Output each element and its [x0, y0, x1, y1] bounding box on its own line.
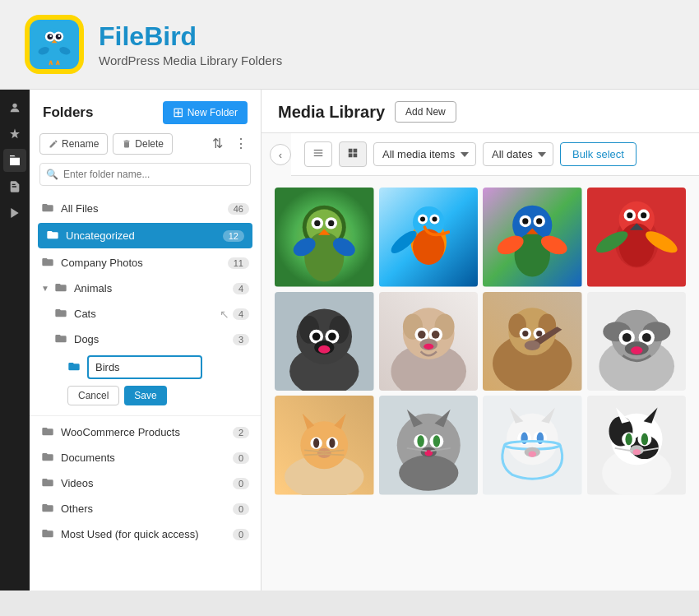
svg-point-8 [58, 35, 61, 37]
svg-point-111 [329, 438, 335, 448]
folder-name-videos: Videos [61, 477, 233, 489]
media-item-5[interactable] [275, 292, 374, 391]
new-folder-button[interactable]: ⊞ New Folder [163, 101, 248, 124]
svg-point-55 [627, 212, 632, 218]
folder-edit-save-button[interactable]: Save [124, 386, 166, 405]
folder-count-all-files: 46 [228, 203, 249, 215]
folder-icon-woocommerce [41, 425, 54, 439]
svg-point-81 [424, 343, 433, 349]
svg-point-121 [433, 435, 439, 447]
media-item-7[interactable] [483, 292, 582, 391]
folder-panel: Folders ⊞ New Folder Rename Delete ⇅ ⋮ 🔍 [30, 90, 262, 591]
folder-divider [30, 415, 261, 416]
folder-item-woocommerce[interactable]: WooCommerce Products 2 [30, 419, 261, 445]
folder-count-woocommerce: 2 [233, 427, 249, 438]
svg-point-43 [522, 218, 528, 224]
folder-item-videos[interactable]: Videos 0 [30, 470, 261, 496]
folder-name-cats: Cats [74, 308, 220, 320]
folder-name-woocommerce: WooCommerce Products [61, 426, 233, 438]
folder-count-others: 0 [233, 503, 249, 515]
folder-panel-title: Folders [43, 104, 93, 121]
more-options-button[interactable]: ⋮ [231, 132, 251, 155]
svg-point-134 [528, 451, 536, 456]
media-item-3[interactable] [483, 188, 582, 287]
delete-button[interactable]: Delete [113, 133, 173, 155]
media-item-10[interactable] [379, 396, 479, 495]
folder-edit-input-birds[interactable] [87, 355, 202, 379]
folder-item-others[interactable]: Others 0 [30, 496, 261, 521]
folder-count-cats: 4 [233, 308, 249, 320]
svg-point-25 [328, 220, 334, 226]
folder-item-uncategorized[interactable]: Uncategorized 12 [38, 223, 252, 248]
app-title: FileBird [99, 21, 282, 52]
svg-point-70 [318, 345, 330, 354]
folder-search-input[interactable] [39, 163, 251, 186]
media-item-1[interactable] [275, 188, 374, 287]
folder-count-documents: 0 [233, 452, 249, 464]
folder-count-animals: 4 [233, 283, 249, 294]
wp-icon-pin[interactable] [3, 123, 26, 146]
media-item-8[interactable] [587, 292, 687, 391]
folder-icon-company-photos [41, 256, 54, 270]
folder-name-others: Others [61, 503, 233, 515]
folder-icon-uncategorized [46, 229, 59, 243]
svg-point-16 [12, 104, 16, 108]
svg-point-90 [536, 330, 542, 336]
app-header: FileBird WordPress Media Library Folders [0, 0, 699, 90]
media-item-12[interactable] [587, 396, 687, 495]
wp-icon-filebird[interactable] [3, 149, 26, 172]
folder-count-uncategorized: 12 [223, 230, 244, 242]
svg-point-91 [525, 340, 540, 350]
folder-item-company-photos[interactable]: Company Photos 11 [30, 250, 261, 276]
date-filter[interactable]: All dates [483, 142, 553, 166]
svg-point-110 [313, 438, 319, 448]
media-item-6[interactable] [379, 292, 479, 391]
media-item-4[interactable] [587, 188, 687, 287]
media-item-2[interactable] [379, 188, 479, 287]
folder-icon-birds [67, 360, 81, 375]
svg-point-35 [420, 217, 425, 222]
sort-button[interactable]: ⇅ [209, 132, 226, 155]
new-folder-plus-icon: ⊞ [173, 106, 183, 119]
folder-edit-row-birds [30, 352, 261, 382]
svg-point-99 [622, 333, 631, 342]
svg-point-79 [431, 330, 439, 338]
svg-point-115 [399, 455, 458, 490]
new-folder-label: New Folder [187, 107, 238, 118]
folder-item-animals[interactable]: ▼ Animals 4 [30, 276, 261, 301]
grid-view-button[interactable] [339, 141, 367, 167]
svg-point-7 [49, 35, 52, 37]
add-new-button[interactable]: Add New [395, 101, 456, 123]
rename-button[interactable]: Rename [39, 133, 108, 155]
cursor-icon: ↖ [220, 308, 229, 321]
folder-edit-cancel-button[interactable]: Cancel [67, 386, 119, 405]
list-view-button[interactable] [304, 141, 332, 167]
wp-icon-pages[interactable] [3, 175, 26, 198]
folder-item-most-used[interactable]: Most Used (for quick access) 0 [30, 521, 261, 547]
wp-icon-users[interactable] [3, 96, 26, 119]
svg-point-68 [328, 332, 336, 340]
svg-point-145 [641, 433, 647, 445]
svg-point-24 [314, 220, 320, 226]
media-item-11[interactable] [483, 396, 582, 495]
folder-name-all-files: All Files [61, 202, 228, 215]
folder-toolbar: Rename Delete ⇅ ⋮ [30, 132, 261, 163]
folder-search-icon: 🔍 [46, 169, 58, 180]
media-header: Media Library Add New [262, 90, 699, 133]
wp-admin-sidebar [0, 90, 30, 591]
bulk-select-button[interactable]: Bulk select [560, 142, 637, 166]
animals-collapse-arrow: ▼ [41, 284, 49, 293]
folder-item-cats[interactable]: Cats ↖ 4 [30, 301, 261, 327]
svg-point-102 [631, 346, 642, 354]
folder-name-most-used: Most Used (for quick access) [61, 528, 233, 540]
media-item-9[interactable] [275, 396, 374, 495]
folder-icon-others [41, 502, 54, 516]
media-type-filter[interactable]: All media items [373, 142, 476, 166]
delete-label: Delete [135, 138, 164, 150]
folder-item-dogs[interactable]: Dogs 3 [30, 327, 261, 352]
prev-page-button[interactable]: ‹ [270, 144, 291, 165]
folder-item-all-files[interactable]: All Files 46 [30, 196, 261, 221]
wp-icon-play[interactable] [3, 201, 26, 225]
folder-item-documents[interactable]: Documents 0 [30, 445, 261, 470]
svg-point-144 [625, 433, 632, 445]
